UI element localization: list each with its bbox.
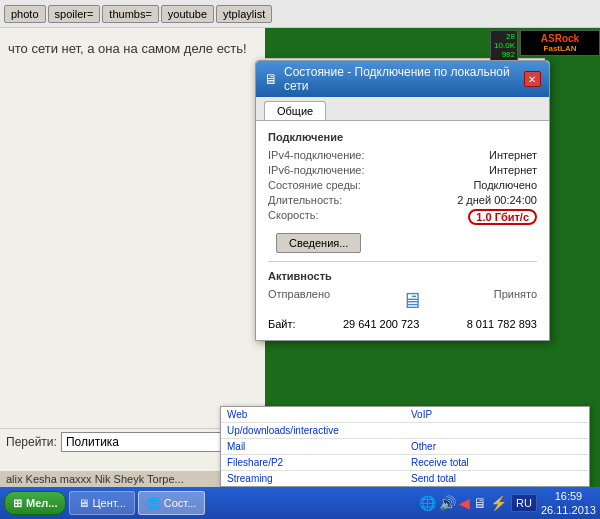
start-button[interactable]: ⊞ Мел... <box>4 491 66 515</box>
overlay-row-4: Fileshare/P2 Receive total <box>221 455 589 471</box>
taskbar: ⊞ Мел... 🖥 Цент... 🌐 Сост... 🌐 🔊 ◀ 🖥 ⚡ R… <box>0 487 600 519</box>
tray-speaker-icon: 🔊 <box>439 495 456 511</box>
taskbar-lang[interactable]: RU <box>511 494 537 512</box>
tray-monitor-icon: 🖥 <box>473 495 487 511</box>
activity-cols: Отправлено 🖥 Принято <box>268 288 537 314</box>
activity-section: Активность Отправлено 🖥 Принято Байт: 29… <box>268 270 537 330</box>
speed-v3: 982 <box>493 50 515 59</box>
overlay-streaming[interactable]: Streaming <box>221 471 405 486</box>
taskbar-clock: 16:59 26.11.2013 <box>541 489 596 518</box>
bytes-received: 8 011 782 893 <box>467 318 537 330</box>
tray-network-icon: 🌐 <box>419 495 436 511</box>
taskbar-item-1[interactable]: 🖥 Цент... <box>69 491 134 515</box>
speed-value: 1.0 Гбит/с <box>468 209 537 225</box>
speed-down: 10.0K <box>493 41 515 50</box>
overlay-row-1: Web VoIP <box>221 407 589 423</box>
overlay-empty <box>405 423 589 438</box>
tray-power-icon: ⚡ <box>490 495 507 511</box>
toolbar-thumbs[interactable]: thumbs= <box>102 5 159 23</box>
navigate-bar: Перейти: <box>0 428 220 455</box>
taskbar-item-2-icon: 🌐 <box>147 497 161 510</box>
ipv6-row: IPv6-подключение: Интернет <box>268 164 537 176</box>
start-icon: ⊞ <box>13 497 22 510</box>
overlay-web[interactable]: Web <box>221 407 405 422</box>
bytes-sent: 29 641 200 723 <box>343 318 419 330</box>
dialog-titlebar: 🖥 Состояние - Подключение по локальной с… <box>256 61 549 97</box>
divider <box>268 261 537 262</box>
users-list: alix Kesha maxxx Nik Sheyk Torpe... <box>6 473 184 485</box>
tray-arrow-icon[interactable]: ◀ <box>459 495 470 511</box>
clock-date: 26.11.2013 <box>541 503 596 517</box>
start-label: Мел... <box>26 497 57 509</box>
overlay-mail[interactable]: Mail <box>221 439 405 454</box>
overlay-send-total[interactable]: Send total <box>405 471 589 486</box>
asrock-banner: ASRock FastLAN <box>520 30 600 56</box>
ipv6-value: Интернет <box>489 164 537 176</box>
bytes-row: Байт: 29 641 200 723 8 011 782 893 <box>268 318 537 330</box>
toolbar-photo[interactable]: photo <box>4 5 46 23</box>
ipv6-label: IPv6-подключение: <box>268 164 365 176</box>
dialog-tab-general[interactable]: Общие <box>264 101 326 120</box>
overlay-other[interactable]: Other <box>405 439 589 454</box>
toolbar-youtube[interactable]: youtube <box>161 5 214 23</box>
medium-label: Состояние среды: <box>268 179 361 191</box>
speed-row: Скорость: 1.0 Гбит/с <box>268 209 537 225</box>
duration-value: 2 дней 00:24:00 <box>457 194 537 206</box>
toolbar-ytplaylist[interactable]: ytplaylist <box>216 5 272 23</box>
taskbar-overlay: Web VoIP Up/downloads/interactive Mail O… <box>220 406 590 487</box>
taskbar-right: 🌐 🔊 ◀ 🖥 ⚡ RU 16:59 26.11.2013 <box>419 489 596 518</box>
network-icon: 🖥 <box>264 71 278 87</box>
network-status-dialog: 🖥 Состояние - Подключение по локальной с… <box>255 60 550 341</box>
overlay-fileshare[interactable]: Fileshare/P2 <box>221 455 405 470</box>
clock-time: 16:59 <box>541 489 596 503</box>
taskbar-tray: 🌐 🔊 ◀ 🖥 ⚡ <box>419 495 507 511</box>
toolbar: photo spoiler= thumbs= youtube ytplaylis… <box>0 0 600 28</box>
toolbar-spoiler[interactable]: spoiler= <box>48 5 101 23</box>
received-label: Принято <box>494 288 537 314</box>
ipv4-row: IPv4-подключение: Интернет <box>268 149 537 161</box>
overlay-voip[interactable]: VoIP <box>405 407 589 422</box>
navigate-input[interactable] <box>61 432 221 452</box>
overlay-row-2: Up/downloads/interactive <box>221 423 589 439</box>
speed-label: Скорость: <box>268 209 319 225</box>
taskbar-item-2-label: Сост... <box>164 497 197 509</box>
connection-section-title: Подключение <box>268 131 537 143</box>
ipv4-value: Интернет <box>489 149 537 161</box>
dialog-tabs: Общие <box>256 97 549 121</box>
speed-up: 28 <box>493 32 515 41</box>
sent-label: Отправлено <box>268 288 330 314</box>
main-text: что сети нет, а она на самом деле есть! <box>8 40 257 58</box>
dialog-body: Подключение IPv4-подключение: Интернет I… <box>256 121 549 340</box>
asrock-line2: FastLAN <box>525 44 595 53</box>
details-button[interactable]: Сведения... <box>276 233 361 253</box>
medium-value: Подключено <box>473 179 537 191</box>
navigate-label: Перейти: <box>6 435 57 449</box>
overlay-row-3: Mail Other <box>221 439 589 455</box>
asrock-line1: ASRock <box>525 33 595 44</box>
dialog-title: Состояние - Подключение по локальной сет… <box>284 65 524 93</box>
taskbar-item-2[interactable]: 🌐 Сост... <box>138 491 206 515</box>
overlay-row-5: Streaming Send total <box>221 471 589 486</box>
medium-row: Состояние среды: Подключено <box>268 179 537 191</box>
duration-label: Длительность: <box>268 194 342 206</box>
dialog-titlebar-left: 🖥 Состояние - Подключение по локальной с… <box>264 65 524 93</box>
bytes-label: Байт: <box>268 318 296 330</box>
taskbar-item-1-label: Цент... <box>92 497 125 509</box>
ipv4-label: IPv4-подключение: <box>268 149 365 161</box>
dialog-close-button[interactable]: ✕ <box>524 71 541 87</box>
overlay-receive-total[interactable]: Receive total <box>405 455 589 470</box>
overlay-upload[interactable]: Up/downloads/interactive <box>221 423 405 438</box>
duration-row: Длительность: 2 дней 00:24:00 <box>268 194 537 206</box>
activity-title: Активность <box>268 270 537 282</box>
taskbar-item-1-icon: 🖥 <box>78 497 89 509</box>
